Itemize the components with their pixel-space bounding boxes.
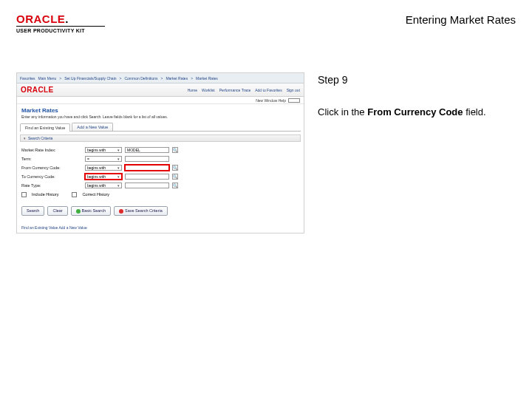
from-currency-operator[interactable]: begins with▾ bbox=[85, 165, 122, 171]
to-currency-input[interactable] bbox=[125, 174, 169, 180]
page-title: Entering Market Rates bbox=[406, 13, 516, 26]
breadcrumb: Favorites Main Menu > Set Up Financials/… bbox=[20, 76, 218, 81]
chevron-down-icon: ▾ bbox=[117, 174, 120, 179]
breadcrumb-item[interactable]: Common Definitions bbox=[124, 76, 157, 81]
chevron-down-icon: ▾ bbox=[117, 148, 120, 152]
term-input[interactable] bbox=[125, 156, 169, 162]
red-dot-icon bbox=[119, 209, 123, 214]
basic-search-button[interactable]: Basic Search bbox=[71, 206, 111, 216]
toolbar-text: New Window Help bbox=[256, 98, 286, 103]
app-toolbar: New Window Help bbox=[17, 97, 304, 104]
chevron-down-icon: ▾ bbox=[117, 183, 120, 188]
section-label: Search Criteria bbox=[28, 136, 52, 140]
perf-trace-link[interactable]: Performance Trace bbox=[219, 88, 251, 92]
correct-history-label: Correct History bbox=[82, 192, 109, 197]
app-heading: Market Rates bbox=[17, 104, 304, 115]
breadcrumb-item[interactable]: Market Rates bbox=[166, 76, 188, 81]
from-currency-label: From Currency Code: bbox=[21, 166, 82, 170]
button-row: Search Clear Basic Search Save Search Cr… bbox=[17, 200, 304, 219]
app-brand-bar: ORACLE Home Worklist Performance Trace A… bbox=[17, 83, 304, 97]
clear-button[interactable]: Clear bbox=[47, 206, 67, 216]
tab-add-new[interactable]: Add a New Value bbox=[72, 123, 113, 131]
search-button[interactable]: Search bbox=[21, 206, 44, 216]
help-box[interactable] bbox=[288, 98, 300, 103]
section-search-criteria[interactable]: ▾ Search Criteria bbox=[20, 134, 301, 142]
lookup-icon[interactable]: 🔍 bbox=[172, 165, 178, 171]
to-currency-operator[interactable]: begins with▾ bbox=[85, 174, 122, 180]
breadcrumb-item[interactable]: Set Up Financials/Supply Chain bbox=[64, 76, 116, 81]
mri-operator[interactable]: begins with▾ bbox=[85, 147, 122, 153]
tab-find-existing[interactable]: Find an Existing Value bbox=[20, 123, 70, 132]
app-description: Enter any information you have and click… bbox=[17, 115, 304, 123]
step-text: Click in the From Currency Code field. bbox=[318, 106, 516, 117]
breadcrumb-bar: Favorites Main Menu > Set Up Financials/… bbox=[17, 73, 304, 83]
include-history-checkbox[interactable] bbox=[21, 192, 27, 197]
rate-type-label: Rate Type: bbox=[21, 183, 82, 188]
save-search-button[interactable]: Save Search Criteria bbox=[114, 206, 168, 216]
signout-link[interactable]: Sign out bbox=[287, 88, 300, 92]
breadcrumb-item[interactable]: Market Rates bbox=[196, 76, 218, 81]
lookup-icon[interactable]: 🔍 bbox=[172, 183, 178, 188]
step-label: Step 9 bbox=[318, 74, 516, 86]
app-footer-links[interactable]: Find an Existing Value Add a New Value bbox=[21, 225, 87, 230]
correct-history-checkbox[interactable] bbox=[72, 192, 77, 197]
lookup-icon[interactable]: 🔍 bbox=[172, 147, 178, 153]
chevron-down-icon: ▾ bbox=[117, 166, 120, 170]
breadcrumb-item[interactable]: Favorites bbox=[20, 76, 35, 81]
upk-subtitle: USER PRODUCTIVITY KIT bbox=[16, 28, 105, 33]
term-label: Term: bbox=[21, 157, 82, 161]
page-header: ORACLE. USER PRODUCTIVITY KIT Entering M… bbox=[16, 13, 516, 46]
search-form: Market Rate Index: begins with▾ MODEL 🔍 … bbox=[17, 144, 304, 200]
home-link[interactable]: Home bbox=[188, 88, 197, 92]
collapse-icon: ▾ bbox=[24, 136, 26, 140]
oracle-logo: ORACLE. bbox=[16, 13, 105, 24]
rate-type-operator[interactable]: begins with▾ bbox=[85, 183, 122, 188]
oracle-logo-block: ORACLE. USER PRODUCTIVITY KIT bbox=[16, 13, 105, 33]
logo-divider bbox=[16, 26, 105, 27]
green-dot-icon bbox=[76, 209, 81, 214]
from-currency-input[interactable] bbox=[125, 165, 169, 171]
include-history-label: Include History bbox=[32, 192, 58, 197]
app-top-links: Home Worklist Performance Trace Add to F… bbox=[188, 88, 300, 92]
tabs: Find an Existing Value Add a New Value bbox=[17, 123, 304, 131]
to-currency-label: To Currency Code: bbox=[21, 174, 82, 179]
breadcrumb-item[interactable]: Main Menu bbox=[38, 76, 57, 81]
rate-type-input[interactable] bbox=[125, 183, 169, 188]
chevron-down-icon: ▾ bbox=[117, 157, 120, 161]
mri-label: Market Rate Index: bbox=[21, 148, 82, 152]
step-text-bold: From Currency Code bbox=[367, 106, 463, 117]
main-area: Favorites Main Menu > Set Up Financials/… bbox=[16, 72, 516, 392]
app-oracle-logo: ORACLE bbox=[21, 86, 54, 94]
step-text-suffix: field. bbox=[463, 106, 486, 117]
lookup-icon[interactable]: 🔍 bbox=[172, 174, 178, 180]
mri-input[interactable]: MODEL bbox=[125, 147, 169, 153]
instruction-panel: Step 9 Click in the From Currency Code f… bbox=[318, 72, 516, 392]
step-text-prefix: Click in the bbox=[318, 106, 367, 117]
worklist-link[interactable]: Worklist bbox=[202, 88, 215, 92]
term-operator[interactable]: =▾ bbox=[85, 156, 122, 162]
favorites-link[interactable]: Add to Favorites bbox=[255, 88, 282, 92]
app-screenshot: Favorites Main Menu > Set Up Financials/… bbox=[16, 72, 304, 233]
